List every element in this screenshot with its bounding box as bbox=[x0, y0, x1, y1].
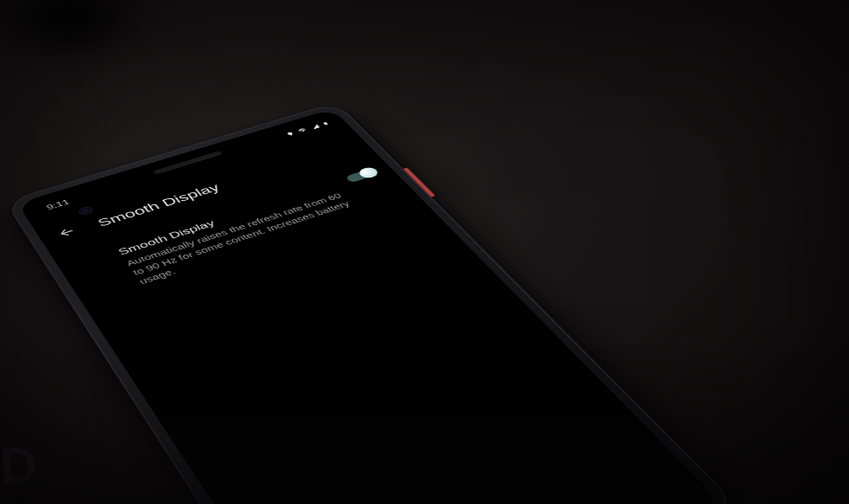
phone-device: 9:11 bbox=[4, 102, 741, 504]
phone-front-camera bbox=[77, 205, 94, 216]
wifi-icon bbox=[295, 126, 309, 133]
status-icons bbox=[285, 120, 331, 138]
setting-text-block: Smooth Display Automatically raises the … bbox=[116, 179, 365, 287]
status-time: 9:11 bbox=[38, 198, 71, 214]
location-icon bbox=[285, 131, 295, 137]
watermark-logo: D bbox=[0, 436, 37, 495]
signal-icon bbox=[309, 123, 321, 130]
battery-icon bbox=[321, 120, 331, 126]
phone-mockup-container: 9:11 bbox=[69, 35, 806, 504]
toggle-thumb bbox=[356, 166, 380, 180]
back-button[interactable] bbox=[55, 225, 81, 243]
phone-body: 9:11 bbox=[4, 102, 741, 504]
smooth-display-toggle[interactable] bbox=[345, 168, 379, 183]
phone-screen: 9:11 bbox=[17, 108, 723, 504]
